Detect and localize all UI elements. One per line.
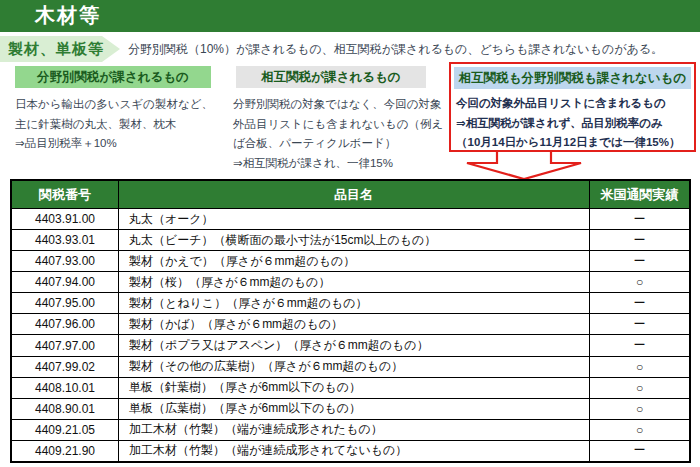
- us-customs-cell: ー: [590, 251, 691, 272]
- item-name-cell: 製材（ポプラ又はアスペン）（厚さが６mm超のもの）: [119, 335, 590, 356]
- tariff-code-cell: 4407.95.00: [11, 293, 119, 314]
- item-name-cell: 単板（広葉樹）（厚さが6mm以下のもの）: [119, 398, 590, 419]
- us-customs-cell: ○: [590, 272, 691, 293]
- page-title: 木材等: [0, 0, 700, 31]
- item-name-cell: 単板（針葉樹）（厚さが6mm以下のもの）: [119, 377, 590, 398]
- tariff-table-head: 関税番号 品目名 米国通関実績: [11, 180, 690, 209]
- section-label-banner: 製材、単板等: [0, 36, 120, 62]
- item-name-cell: 製材（かえで）（厚さが６mm超のもの）: [119, 251, 590, 272]
- tariff-code-cell: 4407.94.00: [11, 272, 119, 293]
- item-name-cell: 丸太（オーク）: [119, 209, 590, 230]
- category-text-line: 外品目リストにも含まれないもの（例え: [233, 115, 445, 135]
- category-reciprocal-tariff-header: 相互関税が課されるもの: [236, 66, 426, 88]
- us-customs-cell: ー: [590, 335, 691, 356]
- tariff-code-cell: 4403.93.01: [11, 230, 119, 251]
- category-no-tariff-header: 相互関税も分野別関税も課されないもの: [454, 67, 691, 89]
- tariff-code-cell: 4407.99.02: [11, 356, 119, 377]
- table-row: 4407.95.00製材（とねりこ）（厚さが６mm超のもの）ー: [11, 293, 690, 314]
- tariff-code-cell: 4409.21.05: [11, 419, 119, 440]
- us-customs-cell: ー: [590, 314, 691, 335]
- item-name-cell: 加工木材（竹製）（端が連続成形されてないもの）: [119, 440, 590, 462]
- page-header: 木材等: [0, 0, 700, 32]
- category-text-line: ⇒相互関税が課され、一律15%: [233, 154, 445, 174]
- tariff-table: 関税番号 品目名 米国通関実績 4403.91.00丸太（オーク）ー4403.9…: [10, 179, 691, 463]
- category-reciprocal-tariff-body: 分野別関税の対象ではなく、今回の対象外品目リストにも含まれないもの（例えば合板、…: [233, 88, 445, 173]
- category-text-line: 今回の対象外品目リストに含まれるもの: [456, 94, 694, 114]
- category-text-line: 主に針葉樹の丸太、製材、枕木: [15, 115, 211, 135]
- tariff-code-cell: 4407.97.00: [11, 335, 119, 356]
- table-row: 4409.21.05加工木材（竹製）（端が連続成形されたもの）○: [11, 419, 690, 440]
- category-sector-tariff-header: 分野別関税が課されるもの: [15, 66, 211, 88]
- us-customs-cell: ー: [590, 293, 691, 314]
- item-name-cell: 製材（かば）（厚さが６mm超のもの）: [119, 314, 590, 335]
- category-sector-tariff-body: 日本から輸出の多いスギの製材など、主に針葉樹の丸太、製材、枕木⇒品目別税率＋10…: [15, 88, 211, 154]
- item-name-cell: 加工木材（竹製）（端が連続成形されたもの）: [119, 419, 590, 440]
- tariff-code-cell: 4407.93.00: [11, 251, 119, 272]
- table-row: 4407.99.02製材（その他の広葉樹）（厚さが６mm超のもの）○: [11, 356, 690, 377]
- us-customs-cell: ○: [590, 419, 691, 440]
- tariff-code-cell: 4409.21.90: [11, 440, 119, 462]
- item-name-cell: 丸太（ビーチ）（横断面の最小寸法が15cm以上のもの）: [119, 230, 590, 251]
- table-row: 4408.10.01単板（針葉樹）（厚さが6mm以下のもの）○: [11, 377, 690, 398]
- tariff-table-body: 4403.91.00丸太（オーク）ー4403.93.01丸太（ビーチ）（横断面の…: [11, 209, 690, 463]
- us-customs-cell: ー: [590, 209, 691, 230]
- table-row: 4408.90.01単板（広葉樹）（厚さが6mm以下のもの）○: [11, 398, 690, 419]
- tariff-code-cell: 4403.91.00: [11, 209, 119, 230]
- category-text-line: ⇒相互関税が課されず、品目別税率のみ: [456, 114, 694, 134]
- category-text-line: 分野別関税の対象ではなく、今回の対象: [233, 95, 445, 115]
- column-header-item-name: 品目名: [119, 180, 590, 209]
- slide-wood-tariff: 木材等 製材、単板等 分野別関税（10%）が課されるもの、相互関税が課されるもの…: [0, 0, 700, 467]
- category-text-line: ば合板、パーティクルボード）: [233, 134, 445, 154]
- column-header-tariff-code: 関税番号: [11, 180, 119, 209]
- us-customs-cell: ○: [590, 398, 691, 419]
- category-no-tariff: 相互関税も分野別関税も課されないもの 今回の対象外品目リストに含まれるもの⇒相互…: [449, 62, 696, 152]
- tariff-code-cell: 4407.96.00: [11, 314, 119, 335]
- category-text-line: 日本から輸出の多いスギの製材など、: [15, 95, 211, 115]
- table-header-row: 関税番号 品目名 米国通関実績: [11, 180, 690, 209]
- column-header-us-customs: 米国通関実績: [590, 180, 691, 209]
- table-row: 4407.96.00製材（かば）（厚さが６mm超のもの）ー: [11, 314, 690, 335]
- table-row: 4409.21.90加工木材（竹製）（端が連続成形されてないもの）ー: [11, 440, 690, 462]
- section-description: 分野別関税（10%）が課されるもの、相互関税が課されるもの、どちらも課されないも…: [128, 36, 693, 62]
- section-label: 製材、単板等: [0, 36, 120, 61]
- us-customs-cell: ー: [590, 440, 691, 462]
- category-no-tariff-body: 今回の対象外品目リストに含まれるもの⇒相互関税が課されず、品目別税率のみ（10月…: [451, 89, 694, 153]
- table-row: 4403.93.01丸太（ビーチ）（横断面の最小寸法が15cm以上のもの）ー: [11, 230, 690, 251]
- us-customs-cell: ○: [590, 377, 691, 398]
- item-name-cell: 製材（その他の広葉樹）（厚さが６mm超のもの）: [119, 356, 590, 377]
- item-name-cell: 製材（桜）（厚さが６mm超のもの）: [119, 272, 590, 293]
- us-customs-cell: ○: [590, 356, 691, 377]
- table-row: 4407.93.00製材（かえで）（厚さが６mm超のもの）ー: [11, 251, 690, 272]
- tariff-code-cell: 4408.10.01: [11, 377, 119, 398]
- category-text-line: ⇒品目別税率＋10%: [15, 134, 211, 154]
- category-sector-tariff: 分野別関税が課されるもの 日本から輸出の多いスギの製材など、主に針葉樹の丸太、製…: [15, 66, 211, 154]
- us-customs-cell: ー: [590, 230, 691, 251]
- table-row: 4407.94.00製材（桜）（厚さが６mm超のもの）○: [11, 272, 690, 293]
- table-row: 4407.97.00製材（ポプラ又はアスペン）（厚さが６mm超のもの）ー: [11, 335, 690, 356]
- tariff-code-cell: 4408.90.01: [11, 398, 119, 419]
- down-arrow-icon: [464, 150, 584, 181]
- item-name-cell: 製材（とねりこ）（厚さが６mm超のもの）: [119, 293, 590, 314]
- table-row: 4403.91.00丸太（オーク）ー: [11, 209, 690, 230]
- category-reciprocal-tariff: 相互関税が課されるもの 分野別関税の対象ではなく、今回の対象外品目リストにも含ま…: [233, 66, 445, 173]
